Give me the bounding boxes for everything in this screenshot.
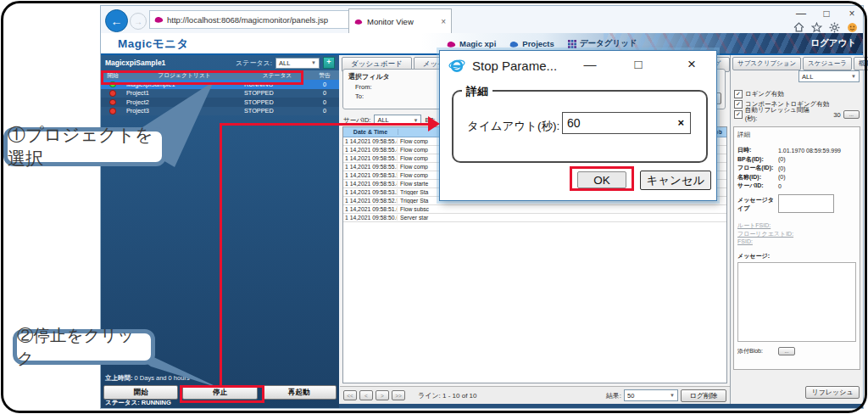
- link-projects[interactable]: Projects: [509, 39, 554, 48]
- project-name: Project2: [125, 98, 244, 106]
- url-text[interactable]: http://localhost:8068/magicmonitor/panel…: [167, 15, 376, 25]
- field-value: 1.01.1970 08:59:59.999: [778, 148, 856, 154]
- dialog-close-button[interactable]: ×: [683, 56, 700, 73]
- status-value: RUNNING: [142, 399, 171, 406]
- logout-button[interactable]: ログアウト: [810, 37, 856, 49]
- dialog-minimize-button[interactable]: —: [581, 57, 598, 71]
- project-warnings: 0: [310, 107, 339, 115]
- field-label: BP名(ID):: [737, 155, 778, 164]
- tab-overview[interactable]: 概要: [854, 57, 868, 70]
- line-count-label: ライン: 1 - 10 of 10: [418, 391, 476, 400]
- from-label: From:: [355, 83, 372, 91]
- log-time: 1 14,2021 09:58:53.557: [343, 172, 398, 178]
- log-message: Server star: [398, 215, 726, 221]
- window-maximize-button[interactable]: □: [821, 8, 832, 20]
- timeout-value: 60: [567, 116, 581, 130]
- projects-logo-icon: [509, 41, 519, 48]
- clear-input-icon[interactable]: ×: [677, 116, 684, 129]
- link-datagrid[interactable]: データグリッド: [568, 38, 637, 49]
- field-label: フロー名(ID):: [737, 164, 778, 172]
- first-page-button[interactable]: <<: [343, 390, 357, 400]
- link-magic-xpi[interactable]: Magic xpi: [447, 39, 496, 48]
- detail-filter-select[interactable]: ALL▼: [798, 70, 860, 82]
- detail-panel: サブスクリプション スケジューラ 概要 ALL▼ ✓ ロギング有効 ✓ コンポー…: [730, 55, 863, 404]
- checkbox-checked-icon[interactable]: ✓: [734, 110, 743, 119]
- checkbox-label: ロギング有効: [745, 90, 784, 98]
- message-type-input[interactable]: [778, 194, 834, 213]
- project-row[interactable]: Project1 STOPPED 0: [101, 89, 339, 98]
- cancel-button[interactable]: キャンセル: [640, 171, 711, 190]
- chevron-down-icon: ▼: [670, 393, 675, 398]
- restart-button[interactable]: 再起動: [262, 385, 337, 400]
- tab-subscription[interactable]: サブスクリプション: [732, 57, 801, 70]
- project-row[interactable]: Project3 STOPPED 0: [101, 107, 339, 116]
- project-name: Project3: [125, 107, 244, 115]
- prev-page-button[interactable]: <: [359, 390, 373, 400]
- browser-chrome: ← → http://localhost:8068/magicmonitor/p…: [101, 6, 863, 34]
- feedback-smiley-icon[interactable]: [847, 22, 858, 33]
- dialog-title-bar[interactable]: Stop Parame...: [440, 51, 716, 80]
- annotation-line-vertical: [220, 123, 222, 387]
- refresh-button[interactable]: リフレッシュ: [805, 386, 860, 399]
- annotation-arrowhead: [428, 116, 440, 131]
- forward-icon: →: [134, 17, 142, 26]
- magic-xpi-logo-icon: [447, 41, 456, 48]
- forward-button[interactable]: →: [130, 13, 147, 30]
- results-select[interactable]: 50▼: [624, 389, 678, 401]
- settings-gear-icon[interactable]: [829, 22, 840, 33]
- next-page-button[interactable]: >: [376, 390, 389, 400]
- tab-close-icon[interactable]: ×: [441, 17, 446, 26]
- auto-refresh-row: ✓ 自動リフレッシュ間隔(秒): 30 ...: [734, 109, 860, 120]
- add-filter-icon[interactable]: +: [323, 57, 335, 69]
- internet-explorer-icon: [448, 57, 465, 74]
- log-time: 1 14,2021 09:58:55.353: [343, 164, 398, 170]
- log-message: Flow subsc: [398, 206, 726, 212]
- blob-browse-button[interactable]: ...: [778, 347, 795, 355]
- message-label: メッセージ:: [737, 252, 856, 260]
- checkbox-checked-icon[interactable]: ✓: [734, 90, 743, 98]
- logging-enabled-row: ✓ ロギング有効: [734, 89, 860, 99]
- uptime-value: 0 Days and 0 hours: [135, 374, 190, 382]
- stopped-status-icon: [101, 108, 125, 115]
- log-row[interactable]: 1 14,2021 09:58:51.047Flow subsc: [343, 205, 726, 214]
- status-filter-select[interactable]: ALL▼: [275, 58, 320, 69]
- detail-filter-value: ALL: [802, 73, 813, 81]
- chevron-down-icon: ▼: [851, 74, 856, 79]
- back-button[interactable]: ←: [105, 9, 128, 32]
- project-warnings: 0: [310, 81, 339, 88]
- log-row[interactable]: 1 14,2021 09:58:50.687Server star: [343, 214, 726, 222]
- detail-panel-tabs: サブスクリプション スケジューラ 概要: [732, 57, 868, 70]
- window-close-button[interactable]: ×: [846, 8, 858, 20]
- data-grid-icon: [568, 40, 576, 48]
- link-label: Magic xpi: [459, 39, 496, 48]
- last-page-button[interactable]: >>: [392, 390, 405, 400]
- tab-scheduler[interactable]: スケジューラ: [803, 57, 852, 70]
- start-button[interactable]: 開始: [103, 385, 178, 400]
- project-status: STOPPED: [244, 107, 310, 115]
- home-icon[interactable]: [793, 22, 804, 33]
- log-time: 1 14,2021 09:58:52.977: [343, 198, 398, 204]
- project-row[interactable]: Project2 STOPPED 0: [101, 98, 339, 107]
- favorites-star-icon[interactable]: [811, 22, 822, 33]
- message-type-row: メッセージタイプ: [737, 194, 856, 213]
- chevron-down-icon: ▼: [311, 60, 316, 65]
- fsid-links: ルートFSID: フローリクエストID: FSID:: [737, 221, 856, 247]
- browser-tab[interactable]: Monitor View ×: [348, 8, 452, 33]
- blob-row: 添付Blob: ...: [737, 347, 856, 355]
- fieldset-legend: 詳細: [462, 84, 492, 99]
- window-minimize-button[interactable]: —: [795, 8, 807, 20]
- clear-log-button[interactable]: ログ削除: [681, 389, 726, 402]
- highlight-box-ok-button: [570, 166, 634, 191]
- chevron-down-icon: ▼: [413, 118, 418, 123]
- col-datetime: Date & Time: [343, 129, 398, 135]
- timeout-input[interactable]: 60 ×: [562, 112, 691, 134]
- more-options-button[interactable]: ...: [843, 110, 860, 119]
- uptime-label: 立上時間:: [105, 374, 133, 382]
- field-label: 日時:: [737, 146, 778, 154]
- to-label: To:: [355, 92, 364, 100]
- checkbox-checked-icon[interactable]: ✓: [734, 100, 743, 109]
- message-textarea[interactable]: [737, 262, 856, 342]
- browser-toolbar-icons: [793, 22, 858, 33]
- log-time: 1 14,2021 09:58:51.047: [343, 206, 398, 212]
- dialog-maximize-button[interactable]: □: [630, 57, 647, 71]
